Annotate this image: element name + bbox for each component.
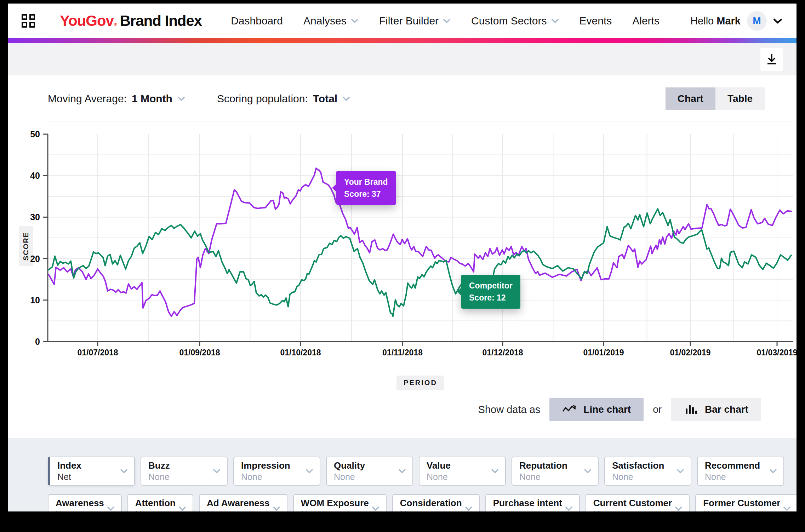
avatar[interactable]: M (747, 11, 767, 31)
metric-card-index[interactable]: IndexNet (48, 457, 135, 486)
metric-card-text: QualityNone (334, 460, 365, 482)
view-toggle-chart[interactable]: Chart (666, 87, 715, 110)
y-tick-label: 50 (30, 129, 40, 139)
metric-card-text: WOM ExposureNone (301, 498, 369, 511)
metric-card-value: None (207, 509, 270, 511)
chart-table-toggle: ChartTable (666, 87, 765, 110)
metric-card-impression[interactable]: ImpressionNone (233, 457, 320, 486)
metric-card-text: IndexNet (57, 460, 81, 482)
metric-card-label: Awareness (56, 498, 104, 509)
metric-card-label: Current Customer (593, 498, 672, 509)
metric-card-value: None (400, 509, 462, 511)
chart-svg (48, 134, 793, 342)
scoring-population-label: Scoring population: (217, 93, 308, 105)
metric-card-text: BuzzNone (148, 460, 170, 482)
x-tick-label: 01/11/2018 (382, 348, 423, 357)
nav-item-filter-builder[interactable]: Filter Builder (379, 15, 451, 27)
metric-card-value[interactable]: ValueNone (419, 457, 506, 486)
chevron-down-icon (551, 18, 559, 23)
chevron-down-icon (491, 469, 499, 474)
y-tick-label: 30 (30, 212, 40, 222)
metric-card-value: None (703, 509, 780, 511)
chevron-down-icon (213, 469, 221, 474)
nav-item-custom-sectors[interactable]: Custom Sectors (471, 15, 559, 27)
moving-average-dropdown[interactable]: Moving Average: 1 Month (48, 93, 185, 105)
nav-items: DashboardAnalysesFilter BuilderCustom Se… (231, 15, 660, 27)
chevron-down-icon (465, 506, 473, 511)
bar-chart-button[interactable]: Bar chart (671, 398, 761, 421)
chart-controls: Moving Average: 1 Month Scoring populati… (48, 87, 765, 110)
view-toggle-table[interactable]: Table (715, 87, 765, 110)
metric-card-awareness[interactable]: AwarenessNone (48, 494, 122, 511)
logo-brand-text: YouGov (60, 12, 114, 29)
metric-card-buzz[interactable]: BuzzNone (141, 457, 228, 486)
nav-item-label: Alerts (632, 15, 660, 27)
x-tick-label: 01/10/2018 (280, 348, 321, 357)
download-button[interactable] (760, 48, 783, 71)
or-text: or (653, 404, 662, 415)
metric-card-former-customer[interactable]: Former CustomerNone (695, 494, 797, 511)
chevron-down-icon (342, 96, 350, 101)
metric-card-label: Satisfaction (612, 460, 664, 471)
metric-card-text: ValueNone (427, 460, 451, 482)
y-tick-label: 0 (35, 337, 40, 347)
metric-card-quality[interactable]: QualityNone (326, 457, 413, 486)
metric-card-ad-awareness[interactable]: Ad AwarenessNone (199, 494, 287, 511)
scoring-population-dropdown[interactable]: Scoring population: Total (217, 93, 350, 105)
registered-mark: ® (114, 22, 117, 27)
chart-tooltip-your-brand: Your BrandScore: 37 (336, 171, 396, 205)
logo[interactable]: YouGov® Brand Index (60, 12, 202, 29)
moving-average-label: Moving Average: (48, 93, 127, 105)
y-tick-label: 20 (30, 253, 40, 264)
bar-chart-button-label: Bar chart (705, 404, 748, 415)
metric-card-satisfaction[interactable]: SatisfactionNone (604, 457, 691, 486)
metric-card-text: ImpressionNone (241, 460, 290, 482)
metric-card-value: None (148, 472, 170, 482)
metric-card-label: Consideration (400, 498, 462, 509)
metric-card-text: Former CustomerNone (703, 498, 780, 511)
y-tick-label: 10 (30, 295, 40, 305)
metric-card-reputation[interactable]: ReputationNone (512, 457, 599, 486)
metric-card-purchase-intent[interactable]: Purchase intentNone (485, 494, 580, 511)
metric-card-consideration[interactable]: ConsiderationNone (392, 494, 480, 511)
user-name: Mark (716, 15, 741, 27)
metric-card-label: Index (57, 460, 81, 471)
metric-card-wom-exposure[interactable]: WOM ExposureNone (293, 494, 387, 511)
metric-card-value: None (519, 472, 567, 482)
nav-item-events[interactable]: Events (580, 15, 612, 27)
metric-card-text: ReputationNone (519, 460, 567, 482)
app-grid-icon[interactable] (22, 14, 35, 28)
nav-item-label: Events (580, 15, 612, 27)
metric-card-label: Ad Awareness (207, 498, 270, 509)
metric-card-label: Attention (135, 498, 176, 509)
nav-item-alerts[interactable]: Alerts (632, 15, 660, 27)
chevron-down-icon (584, 469, 592, 474)
metric-card-value: None (135, 509, 176, 511)
line-chart-icon (562, 404, 576, 415)
metric-card-attention[interactable]: AttentionNone (127, 494, 193, 511)
chevron-down-icon (443, 18, 451, 23)
metric-card-value: Net (57, 472, 81, 482)
metric-card-label: Former Customer (703, 498, 780, 509)
metric-card-label: Buzz (148, 460, 170, 471)
line-chart[interactable]: SCORE 0102030405001/07/201801/09/201801/… (48, 134, 793, 342)
tooltip-value: Score: 37 (344, 188, 388, 200)
nav-item-analyses[interactable]: Analyses (303, 15, 359, 27)
divider (48, 121, 793, 121)
scoring-population-value: Total (313, 93, 337, 105)
x-tick-label: 01/09/2018 (179, 348, 220, 357)
metric-card-recommend[interactable]: RecommendNone (697, 457, 784, 486)
chevron-down-icon (273, 506, 280, 511)
chevron-down-icon[interactable] (773, 18, 782, 24)
nav-item-label: Analyses (303, 15, 347, 27)
metric-card-current-customer[interactable]: Current CustomerNone (586, 494, 690, 511)
user-menu[interactable]: Hello Mark M (690, 11, 782, 31)
x-tick-label: 01/02/2019 (670, 348, 710, 357)
chevron-down-icon (306, 469, 313, 474)
chevron-down-icon (372, 506, 379, 511)
nav-item-dashboard[interactable]: Dashboard (231, 15, 283, 27)
metric-card-label: Quality (334, 460, 365, 471)
show-data-as-row: Show data as Line chart or Bar chart (8, 398, 761, 421)
line-chart-button[interactable]: Line chart (549, 398, 644, 421)
logo-product-text: Brand Index (120, 12, 202, 29)
